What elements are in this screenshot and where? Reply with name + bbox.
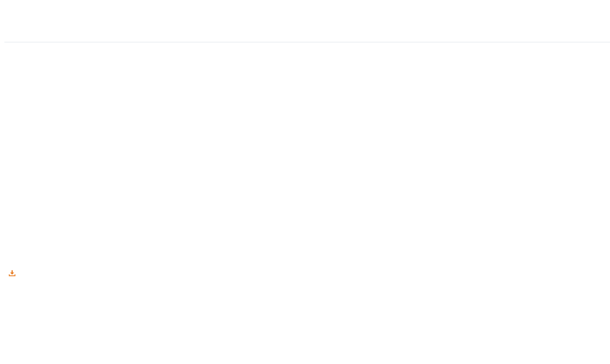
eps-estimate-actual-chart <box>0 190 610 255</box>
download-icon[interactable] <box>8 269 16 277</box>
company-description <box>3 23 461 31</box>
earn-move-chart <box>0 76 610 165</box>
app-root <box>0 0 610 364</box>
tab-bar <box>4 42 610 42</box>
history-header <box>4 269 16 277</box>
